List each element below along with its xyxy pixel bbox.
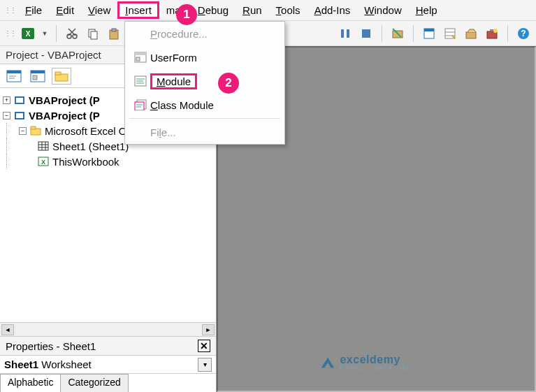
menu-item-class-module[interactable]: Class Module [125,93,284,117]
expand-icon[interactable]: + [3,96,10,104]
watermark-logo-icon [320,355,335,370]
horizontal-scrollbar[interactable]: ◄ ► [0,322,216,336]
reset-icon[interactable] [358,25,375,42]
svg-text:?: ? [521,29,526,38]
worksheet-icon [37,141,50,151]
toolbox-icon[interactable] [484,25,500,42]
menu-item-module[interactable]: Module [125,69,284,93]
menu-file[interactable]: FFileile [18,1,49,19]
tab-alphabetic[interactable]: Alphabetic [0,374,61,392]
folder-icon [29,126,42,136]
svg-text:X: X [41,159,45,166]
collapse-icon[interactable]: − [19,127,27,135]
svg-rect-27 [7,71,21,73]
svg-rect-9 [112,29,116,31]
svg-rect-38 [16,113,23,118]
callout-badge-2: 2 [218,73,239,94]
svg-point-23 [493,29,498,33]
combo-text: Sheet1 Worksheet [4,358,92,370]
menu-separator [129,118,280,119]
class-module-icon [131,99,150,110]
paste-icon[interactable] [106,25,122,42]
menu-bar: ⋮⋮ FFileile Edit View Insert mat Debug R… [0,0,536,21]
svg-rect-7 [91,31,97,39]
watermark: exceldemy EXCEL · DATA · BI [320,354,410,371]
svg-rect-49 [135,52,146,55]
view-object-icon[interactable] [28,68,48,85]
module-icon [131,75,150,87]
svg-rect-12 [362,29,370,38]
menu-run[interactable]: Run [236,1,269,19]
svg-rect-56 [135,102,144,110]
properties-title-text: Properties - Sheet1 [6,340,96,352]
svg-text:X: X [26,30,31,38]
object-browser-icon[interactable] [463,25,479,42]
properties-title: Properties - Sheet1 ✕ [0,336,216,356]
menu-debug[interactable]: Debug [191,1,236,19]
properties-icon[interactable] [442,25,458,42]
menu-addins[interactable]: Add-Ins [307,1,358,19]
collapse-icon[interactable]: − [3,112,10,119]
menu-item-procedure: Procedure... [125,22,284,45]
grip-icon: ⋮⋮ [4,29,15,37]
cut-icon[interactable] [64,25,80,42]
menu-tools[interactable]: Tools [269,1,307,19]
chevron-down-icon[interactable]: ▾ [198,358,212,372]
tree-label: ThisWorkbook [52,156,119,168]
dropdown-arrow-icon[interactable]: ▼ [41,25,49,42]
svg-rect-32 [33,75,37,80]
menu-item-userform[interactable]: UserForm [125,45,284,69]
svg-rect-50 [136,57,140,61]
callout-badge-1: 1 [176,4,197,25]
watermark-text: exceldemy [340,354,400,365]
workbook-icon: X [37,157,50,166]
properties-tabs: Alphabetic Categorized [0,374,216,392]
view-code-icon[interactable] [4,68,24,85]
svg-rect-36 [16,98,23,103]
menu-view[interactable]: View [81,1,117,19]
tree-thisworkbook[interactable]: X ThisWorkbook [3,154,213,169]
menu-insert[interactable]: Insert [117,1,159,19]
scroll-left-icon[interactable]: ◄ [1,324,14,335]
watermark-subtext: EXCEL · DATA · BI [340,365,410,371]
menu-help[interactable]: Help [409,1,444,19]
menu-edit[interactable]: Edit [49,1,81,19]
tree-label: VBAProject (P [29,94,100,106]
svg-rect-41 [38,142,48,150]
help-icon[interactable]: ? [515,25,532,42]
svg-rect-11 [347,29,349,38]
tree-label: Sheet1 (Sheet1) [52,140,129,152]
menu-item-file: File... [125,120,284,144]
svg-rect-20 [466,32,476,38]
userform-icon [131,52,150,63]
copy-icon[interactable] [85,25,101,42]
svg-rect-34 [55,72,61,75]
menu-window[interactable]: Window [357,1,408,19]
tree-label: VBAProject (P [29,110,100,122]
project-explorer-icon[interactable] [421,25,437,42]
excel-icon[interactable]: X [20,25,36,42]
design-mode-icon[interactable] [389,25,406,42]
svg-rect-16 [424,29,434,31]
svg-rect-31 [31,71,45,73]
vba-project-icon [13,94,26,106]
toggle-folders-icon[interactable] [52,68,71,85]
break-icon[interactable] [337,25,354,42]
svg-rect-40 [31,126,36,129]
close-icon[interactable]: ✕ [198,340,210,352]
insert-menu-dropdown: Procedure... UserForm Module Class Modul… [124,21,285,145]
menu-item-label: UserForm [150,52,279,64]
tab-categorized[interactable]: Categorized [60,374,129,392]
properties-object-combo[interactable]: Sheet1 Worksheet ▾ [0,356,216,374]
grip-icon: ⋮⋮ [4,6,15,14]
scroll-right-icon[interactable]: ► [202,324,215,335]
vba-project-icon [13,110,26,121]
svg-rect-10 [341,29,344,38]
